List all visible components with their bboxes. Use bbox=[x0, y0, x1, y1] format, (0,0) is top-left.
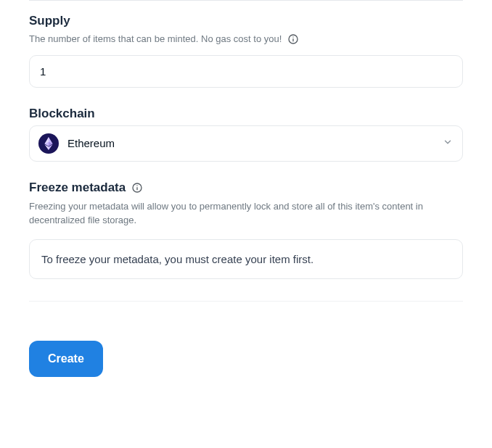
supply-helper-text: The number of items that can be minted. … bbox=[29, 33, 282, 46]
freeze-label: Freeze metadata bbox=[29, 181, 126, 195]
freeze-helper-text: Freezing your metadata will allow you to… bbox=[29, 199, 463, 228]
freeze-section: Freeze metadata Freezing your metadata w… bbox=[29, 181, 463, 279]
blockchain-section: Blockchain Ethereum bbox=[29, 107, 463, 162]
blockchain-value: Ethereum bbox=[67, 137, 115, 149]
svg-point-2 bbox=[293, 37, 294, 38]
freeze-notice: To freeze your metadata, you must create… bbox=[29, 239, 463, 279]
info-icon[interactable] bbox=[131, 182, 143, 194]
supply-helper-row: The number of items that can be minted. … bbox=[29, 33, 463, 46]
divider-top bbox=[29, 0, 463, 1]
blockchain-select[interactable]: Ethereum bbox=[29, 125, 463, 162]
blockchain-label: Blockchain bbox=[29, 107, 463, 121]
freeze-label-row: Freeze metadata bbox=[29, 181, 463, 195]
supply-input[interactable] bbox=[29, 55, 463, 88]
supply-section: Supply The number of items that can be m… bbox=[29, 14, 463, 88]
info-icon[interactable] bbox=[287, 33, 299, 45]
ethereum-icon bbox=[38, 133, 59, 154]
supply-label: Supply bbox=[29, 14, 463, 28]
divider-bottom bbox=[29, 301, 463, 302]
blockchain-select-wrap: Ethereum bbox=[29, 125, 463, 162]
create-button[interactable]: Create bbox=[29, 341, 103, 377]
svg-point-5 bbox=[137, 185, 138, 186]
